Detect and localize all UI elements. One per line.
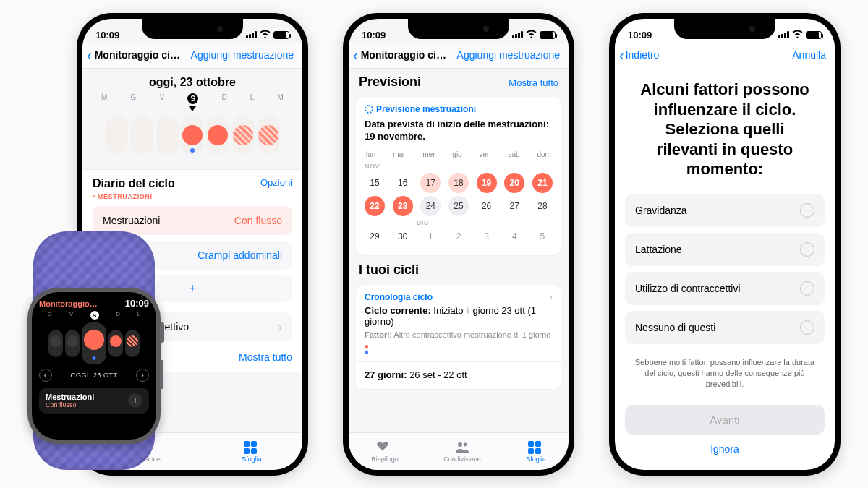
people-icon [454,441,470,454]
calendar-day[interactable]: 28 [532,196,553,216]
month-label: DIC [417,219,429,226]
watch-day-pill-today[interactable] [82,322,106,364]
radio-icon [800,281,814,296]
option-none[interactable]: Nessuno di questi [625,311,825,344]
side-button[interactable] [160,360,163,389]
option-lactation[interactable]: Lattazione [625,233,825,266]
chevron-left-icon: ‹ [87,48,92,62]
add-button[interactable]: + [128,393,142,408]
calendar-day[interactable]: 26 [477,196,497,216]
add-period-button[interactable]: Aggiungi mestruazione [457,49,560,61]
watch-app-title: Monitoraggio… [39,299,98,308]
cycles-card[interactable]: Cronologia ciclo › Ciclo corrente: Inizi… [356,285,561,389]
wifi-icon [792,30,803,40]
calendar-day[interactable]: 21 [532,173,553,193]
day-pill[interactable] [231,116,255,155]
svg-point-2 [458,442,462,447]
day-pill[interactable] [105,116,128,155]
weekday: D [221,93,226,104]
grid-icon [244,441,260,454]
notch [408,19,509,39]
option-contraceptive[interactable]: Utilizzo di contraccettivi [625,272,825,305]
day-pill-row[interactable] [82,111,302,163]
skip-button[interactable]: Ignora [615,435,835,463]
tab-browse[interactable]: Sfoglia [526,441,546,463]
tab-browse[interactable]: Sfoglia [242,441,262,463]
tab-sharing[interactable]: Condivisione [443,441,481,463]
watch-day-pill[interactable] [65,330,80,357]
day-pill[interactable] [156,116,179,155]
weekday: L [250,93,255,104]
day-pill[interactable] [130,116,153,155]
next-day-button[interactable]: › [136,369,149,382]
footnote: Sebbene molti fattori possano influenzar… [615,350,835,401]
day-pill-today[interactable] [181,116,204,155]
digital-crown[interactable] [160,322,164,343]
calendar-day[interactable]: 17 [420,173,441,193]
option-pregnancy[interactable]: Gravidanza [625,194,825,227]
eyebrow-label: • MESTRUAZIONI [93,193,292,200]
watch-day-pill[interactable] [125,330,140,357]
back-button[interactable]: ‹ [87,48,92,62]
tab-summary[interactable]: Riepilogo [371,441,399,463]
radio-icon [800,320,814,335]
calendar-day[interactable]: 2 [448,226,469,247]
watch-day-pill[interactable] [109,330,123,357]
factors: Fattori: Altro contraccettivo mestruazio… [365,330,553,341]
watch-day-pill[interactable] [48,330,63,357]
watch-pill-row[interactable] [39,322,149,364]
status-time: 10:09 [362,30,386,40]
weekday: V [159,93,164,104]
calendar-day[interactable]: 25 [448,196,469,216]
back-button[interactable]: ‹Indietro [619,48,659,62]
weekday: G [131,93,137,104]
calendar-day[interactable]: 30 [393,226,413,247]
calendar-day[interactable]: 3 [477,226,497,247]
prediction-link[interactable]: Previsione mestruazioni [365,104,553,114]
calendar-day[interactable]: 5 [532,226,553,247]
next-button[interactable]: Avanti [625,405,825,435]
calendar-day[interactable]: 19 [477,173,497,193]
calendar-day[interactable]: 1 [420,226,441,247]
factor-options: Gravidanza Lattazione Utilizzo di contra… [615,194,835,344]
calendar-day[interactable]: 4 [504,226,524,247]
calendar-day[interactable]: 16 [393,173,413,193]
show-all-link[interactable]: Mostra tutto [509,77,558,88]
cycles-header: I tuoi cicli [349,260,569,281]
calendar-day[interactable]: 24 [420,196,441,216]
signal-icon [512,31,523,38]
date-heading: oggi, 23 ottobre [82,69,302,93]
row-label: Crampi addominali [197,249,282,261]
nav-bar: ‹ Monitoraggio ci… Aggiungi mestruazione [349,43,569,69]
watch-log-row[interactable]: Mestruazioni Con flusso + [39,388,149,414]
wifi-icon [526,30,537,40]
signal-icon [246,31,257,38]
back-button[interactable]: ‹ [353,48,358,62]
watch-date-nav: ‹ OGGI, 23 OTT › [39,369,149,382]
watch-case: Monitoraggio… 10:09 GV S DL ‹ O [27,288,161,444]
loading-icon [365,105,373,114]
previous-cycle: 27 giorni: 26 set - 22 ott [365,369,553,380]
history-link[interactable]: Cronologia ciclo › [365,292,553,302]
menstruation-row[interactable]: Mestruazioni Con flusso [93,206,292,235]
day-pill[interactable] [257,116,280,155]
prediction-card[interactable]: Previsione mestruazioni Data prevista di… [356,97,561,255]
prev-day-button[interactable]: ‹ [39,369,52,382]
watch-log-title: Mestruazioni [46,393,94,401]
iphone-predictions: 10:09 ‹ Monitoraggio ci… Aggiungi mestru… [343,13,574,476]
calendar-day[interactable]: 22 [365,196,385,216]
calendar-day[interactable]: 27 [504,196,524,216]
calendar-day[interactable]: 29 [365,226,385,247]
cancel-button[interactable]: Annulla [792,49,826,61]
add-period-button[interactable]: Aggiungi mestruazione [191,49,294,61]
calendar-day[interactable]: 23 [393,196,413,216]
setup-title: Alcuni fattori possono influenzare il ci… [615,68,835,194]
calendar-day[interactable]: 20 [504,173,524,193]
calendar-day[interactable]: 15 [365,173,385,193]
options-link[interactable]: Opzioni [260,177,292,188]
day-pill[interactable] [206,116,229,155]
calendar-day[interactable]: 18 [448,173,469,193]
signal-icon [778,31,789,38]
battery-icon [540,31,556,39]
notch [142,19,243,39]
